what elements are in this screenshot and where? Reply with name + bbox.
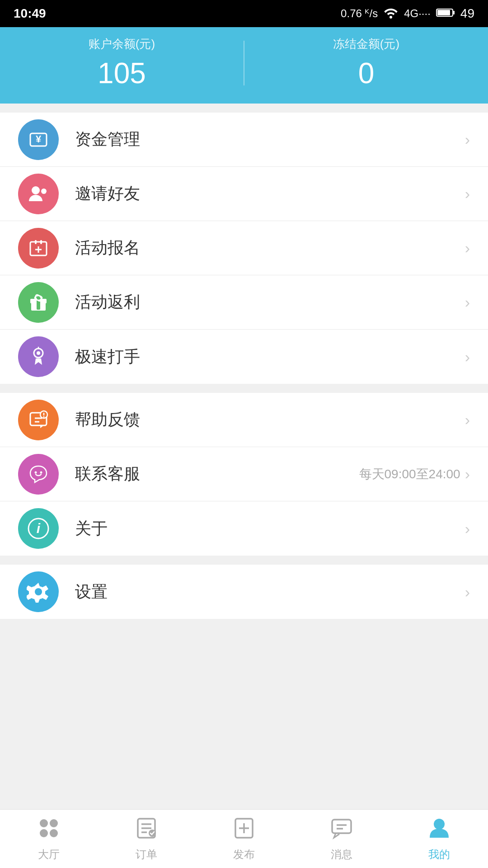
feedback-arrow: › [465, 411, 470, 429]
about-icon-wrap: i [18, 508, 59, 549]
menu-item-customer[interactable]: 联系客服 每天09:00至24:00 › [0, 447, 488, 501]
wifi-icon [383, 6, 399, 22]
svg-point-32 [50, 819, 58, 827]
section-gap-3 [0, 556, 488, 565]
invite-icon-wrap [18, 174, 59, 214]
svg-rect-11 [40, 240, 42, 244]
orders-label: 订单 [136, 847, 157, 862]
bottom-nav: 大厅 订单 发布 [0, 809, 488, 868]
activity-reg-icon-wrap [18, 228, 59, 269]
frozen-label: 冻结金额(元) [333, 36, 399, 52]
settings-icon-wrap [18, 571, 59, 612]
menu-item-funds[interactable]: ¥ 资金管理 › [0, 113, 488, 167]
customer-service-icon [27, 462, 50, 486]
balance-value: 105 [98, 57, 146, 90]
status-right: 0.76 ᴷ/s 4G···· 49 [341, 6, 474, 22]
invite-arrow: › [465, 185, 470, 203]
customer-arrow: › [465, 465, 470, 483]
about-label: 关于 [75, 518, 465, 540]
funds-icon-wrap: ¥ [18, 119, 59, 160]
menu-item-settings[interactable]: 设置 › [0, 565, 488, 619]
status-time: 10:49 [14, 6, 46, 21]
menu-item-invite[interactable]: 邀请好友 › [0, 167, 488, 221]
svg-rect-1 [437, 10, 450, 15]
svg-point-33 [40, 829, 48, 837]
section-gap-2 [0, 384, 488, 393]
svg-point-30 [35, 588, 42, 595]
activity-reg-label: 活动报名 [75, 237, 465, 259]
fast-type-label: 极速打手 [75, 346, 465, 368]
invite-icon [27, 182, 50, 206]
nav-item-mine[interactable]: 我的 [390, 810, 488, 868]
info-icon: i [27, 517, 50, 540]
frozen-balance: 冻结金额(元) 0 [244, 36, 488, 90]
svg-point-31 [40, 819, 48, 827]
section-gap-1 [0, 104, 488, 113]
activity-reg-arrow: › [465, 239, 470, 257]
feedback-label: 帮助反馈 [75, 409, 465, 431]
menu-item-feedback[interactable]: 帮助反馈 › [0, 393, 488, 447]
customer-label: 联系客服 [75, 463, 359, 485]
messages-label: 消息 [331, 847, 352, 862]
settings-label: 设置 [75, 581, 465, 603]
activity-rebate-arrow: › [465, 293, 470, 311]
fast-type-icon [27, 345, 50, 368]
battery-icon [436, 6, 455, 21]
svg-point-26 [40, 471, 42, 473]
network-speed: 0.76 ᴷ/s [341, 7, 378, 20]
grid-icon [37, 816, 61, 844]
mine-label: 我的 [428, 847, 450, 862]
settings-icon [27, 580, 50, 604]
nav-item-publish[interactable]: 发布 [195, 810, 293, 868]
svg-point-18 [37, 351, 40, 355]
activity-rebate-icon-wrap [18, 282, 59, 323]
menu-group-1: ¥ 资金管理 › 邀请好友 › 活动报 [0, 113, 488, 384]
about-arrow: › [465, 520, 470, 538]
gift-icon [27, 291, 50, 314]
nav-item-orders[interactable]: 订单 [98, 810, 195, 868]
svg-point-34 [50, 829, 58, 837]
status-bar: 10:49 0.76 ᴷ/s 4G···· 49 [0, 0, 488, 27]
svg-point-6 [41, 189, 47, 194]
menu-group-3: 设置 › [0, 565, 488, 619]
frozen-value: 0 [358, 57, 375, 90]
funds-label: 资金管理 [75, 128, 465, 151]
customer-hours: 每天09:00至24:00 [359, 466, 460, 483]
fast-type-icon-wrap [18, 336, 59, 377]
menu-group-2: 帮助反馈 › 联系客服 每天09:00至24:00 › i 关于 › [0, 393, 488, 556]
menu-item-activity-rebate[interactable]: 活动返利 › [0, 275, 488, 330]
svg-text:i: i [37, 521, 41, 536]
chat-icon [329, 816, 354, 844]
funds-icon: ¥ [27, 128, 50, 151]
publish-label: 发布 [233, 847, 255, 862]
svg-point-46 [434, 819, 445, 830]
svg-point-5 [32, 186, 40, 194]
feedback-icon [27, 408, 50, 432]
svg-rect-10 [35, 240, 37, 244]
svg-point-25 [35, 471, 37, 473]
publish-icon [232, 816, 256, 844]
invite-label: 邀请好友 [75, 183, 465, 205]
hall-label: 大厅 [38, 847, 60, 862]
orders-icon [134, 816, 159, 844]
menu-item-fast-type[interactable]: 极速打手 › [0, 330, 488, 384]
header-balance: 账户余额(元) 105 冻结金额(元) 0 [0, 27, 488, 104]
balance-label: 账户余额(元) [89, 36, 155, 52]
svg-rect-43 [332, 820, 351, 833]
account-balance: 账户余额(元) 105 [0, 36, 244, 90]
activity-rebate-label: 活动返利 [75, 291, 465, 313]
nav-item-messages[interactable]: 消息 [293, 810, 390, 868]
menu-item-about[interactable]: i 关于 › [0, 501, 488, 556]
signal-text: 4G···· [404, 7, 431, 20]
nav-item-hall[interactable]: 大厅 [0, 810, 98, 868]
menu-item-activity-reg[interactable]: 活动报名 › [0, 221, 488, 275]
activity-reg-icon [27, 236, 50, 260]
svg-text:¥: ¥ [36, 133, 42, 145]
svg-rect-2 [453, 11, 455, 14]
svg-point-24 [43, 416, 45, 417]
customer-icon-wrap [18, 454, 59, 495]
feedback-icon-wrap [18, 400, 59, 440]
funds-arrow: › [465, 131, 470, 148]
svg-rect-14 [37, 297, 40, 310]
battery-level: 49 [460, 6, 474, 21]
